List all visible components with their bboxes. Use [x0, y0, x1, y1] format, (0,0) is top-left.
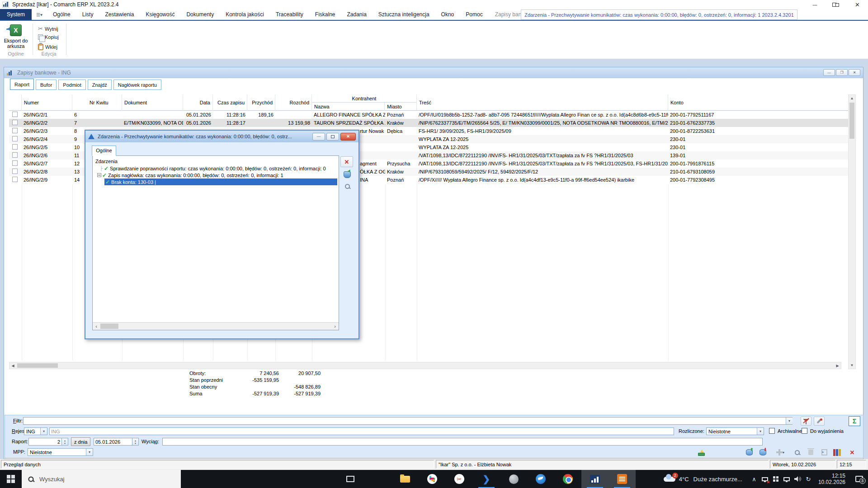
header-miasto[interactable]: Miasto — [385, 103, 416, 111]
rejestr-combo[interactable]: ING▾ — [24, 427, 47, 435]
header-data[interactable]: Data — [183, 94, 213, 111]
split-payment-button[interactable] — [697, 448, 708, 457]
sum-button[interactable]: Σ — [849, 416, 860, 426]
rozliczone-combo[interactable]: Nieistotne▾ — [706, 427, 764, 435]
paste-button[interactable]: Wklej — [38, 44, 57, 50]
tab-bufor[interactable]: Bufor — [36, 80, 57, 90]
filter-input[interactable] — [23, 417, 793, 425]
table-row-26/ING/2/2[interactable]: 26/ING/2/27E/TM/KN033099, NOTA ODSE05.01… — [9, 119, 848, 127]
restore-icon[interactable] — [826, 0, 847, 9]
row-checkbox[interactable] — [12, 152, 18, 158]
scroll-left-icon[interactable]: ◀ — [9, 362, 16, 369]
row-checkbox[interactable] — [12, 112, 18, 117]
tab-znajdź[interactable]: Znajdź — [88, 80, 112, 90]
horizontal-scroll-thumb[interactable] — [17, 363, 58, 368]
header-czas-zapisu[interactable]: Czas zapisu — [213, 94, 247, 111]
menu-item-kontrola-jakości[interactable]: Kontrola jakości — [220, 9, 270, 20]
row-checkbox[interactable] — [12, 169, 18, 174]
mpp-dropdown-icon[interactable]: ▾ — [86, 449, 93, 455]
header-nazwa[interactable]: Nazwa — [312, 103, 385, 111]
rozliczone-dropdown-icon[interactable]: ▾ — [757, 428, 764, 435]
taskbar-search[interactable]: Wyszukaj — [22, 470, 181, 488]
row-checkbox[interactable] — [12, 128, 18, 133]
child-close-icon[interactable]: ✕ — [849, 69, 860, 76]
data-spinner[interactable]: ▲▼ — [132, 438, 139, 446]
tree-item-selected[interactable]: ✓ Brak konta: 130-03 | — [104, 178, 337, 185]
taskbar-item-chrome[interactable] — [554, 470, 581, 488]
child-minimize-icon[interactable]: — — [823, 69, 835, 76]
mpp-combo[interactable]: Nieistotne▾ — [28, 448, 93, 456]
notification-center[interactable]: 3 — [850, 470, 868, 488]
menu-item-ogólne[interactable]: Ogólne — [47, 9, 76, 20]
sync-icon[interactable]: ↻ — [803, 470, 814, 488]
filter-off-button[interactable] — [801, 417, 811, 426]
tray-chevron-icon[interactable]: ∧ — [749, 470, 760, 488]
tree-item[interactable]: ✓ Zapis nagłówka: czas wykonania: 0:00:0… — [97, 172, 283, 178]
header-tresc[interactable]: Treść — [417, 94, 668, 111]
close-list-button[interactable]: ✕ — [847, 448, 858, 457]
horizontal-scrollbar[interactable]: ◀ ▶ — [9, 362, 841, 369]
collapse-expander-icon[interactable] — [97, 173, 101, 177]
tray-app-grid-icon[interactable] — [770, 470, 781, 488]
menu-item-zestawienia[interactable]: Zestawienia — [99, 9, 140, 20]
import-button[interactable]: ⬆ — [744, 448, 755, 457]
tab-nagłówek-raportu[interactable]: Nagłówek raportu — [113, 80, 161, 90]
header-kontrahent[interactable]: Kontrahent — [312, 94, 416, 103]
menu-item-pomoc[interactable]: Pomoc — [460, 9, 488, 20]
tray-disconnected-icon[interactable]: ✕ — [760, 470, 770, 488]
tab-podmiot[interactable]: Podmiot — [58, 80, 85, 90]
dialog-close-button[interactable]: ✕ — [340, 156, 353, 167]
taskbar-clock[interactable]: 12:15 10.02.2026 — [818, 473, 845, 485]
table-row-26/ING/2/1[interactable]: 26/ING/2/1605.01.202611:28:16189,16ALLEG… — [9, 111, 848, 119]
rejestr-dropdown-icon[interactable]: ▾ — [40, 428, 47, 435]
row-checkbox[interactable] — [12, 177, 18, 182]
scroll-left-icon[interactable]: ‹ — [93, 323, 100, 330]
export-to-sheet-button[interactable]: X Eksport do arkusza Ogólne — [0, 21, 32, 59]
header-konto[interactable]: Konto — [668, 94, 848, 111]
taskbar-item-explorer[interactable] — [392, 470, 419, 488]
dialog-save-button[interactable] — [342, 169, 352, 179]
minimize-icon[interactable]: — — [804, 0, 826, 9]
header-dokument[interactable]: Dokument — [122, 94, 183, 111]
menu-item-fiskalne[interactable]: Fiskalne — [309, 9, 341, 20]
archiwalne-checkbox[interactable] — [769, 428, 775, 434]
scroll-up-icon[interactable]: ▲ — [849, 95, 855, 102]
task-view-button[interactable] — [337, 470, 364, 488]
taskbar-item-blue-app[interactable]: ❯ — [473, 470, 500, 488]
quick-access-chevron-icon[interactable]: ☰▾ — [32, 9, 47, 20]
volume-icon[interactable] — [792, 470, 803, 488]
cut-button[interactable]: ✂Wytnij — [38, 25, 58, 32]
dialog-tab-ogolne[interactable]: Ogólne — [92, 145, 116, 156]
delete-button[interactable] — [805, 448, 816, 457]
add-button[interactable]: ▾ — [772, 448, 789, 457]
menu-item-zadania[interactable]: Zadania — [341, 9, 372, 20]
taskbar-item-comarch[interactable] — [581, 470, 609, 488]
row-checkbox[interactable] — [12, 120, 18, 125]
menu-item-dokumenty[interactable]: Dokumenty — [180, 9, 220, 20]
wyciag-input[interactable] — [162, 438, 763, 446]
scroll-down-icon[interactable]: ▼ — [849, 362, 855, 369]
rejestr-name-field[interactable] — [49, 427, 674, 435]
filter-builder-button[interactable] — [814, 417, 825, 426]
start-button[interactable] — [0, 470, 22, 488]
menu-system-tab[interactable]: System — [0, 9, 32, 20]
taskbar-item-snip[interactable]: ✂ — [446, 470, 473, 488]
vertical-scrollbar[interactable]: ▲ ▼ — [848, 94, 856, 369]
dialog-scroll-thumb[interactable] — [100, 324, 118, 329]
taskbar-item-slack[interactable] — [419, 470, 446, 488]
menu-item-listy[interactable]: Listy — [76, 9, 99, 20]
vertical-scroll-thumb[interactable] — [849, 103, 854, 139]
row-checkbox[interactable] — [12, 144, 18, 150]
scroll-right-icon[interactable]: › — [331, 323, 339, 330]
event-status-message[interactable]: Zdarzenia - Przechwytywanie komunikatów:… — [521, 9, 797, 20]
child-restore-icon[interactable]: ❐ — [836, 69, 848, 76]
dialog-preview-button[interactable] — [342, 181, 352, 191]
data-raportu-input[interactable] — [94, 438, 132, 446]
do-wyjasnienia-checkbox[interactable] — [802, 428, 807, 434]
bank-records-title-bar[interactable]: Zapisy bankowe - ING — ❐ ✕ — [4, 67, 863, 78]
header-nr-kwitu[interactable]: Nr Kwitu — [72, 94, 122, 111]
dialog-close-icon[interactable]: ✕ — [340, 133, 356, 141]
dialog-minimize-icon[interactable]: — — [312, 133, 325, 141]
dialog-maximize-icon[interactable] — [326, 133, 339, 141]
raport-spinner[interactable]: ▲▼ — [62, 438, 68, 446]
